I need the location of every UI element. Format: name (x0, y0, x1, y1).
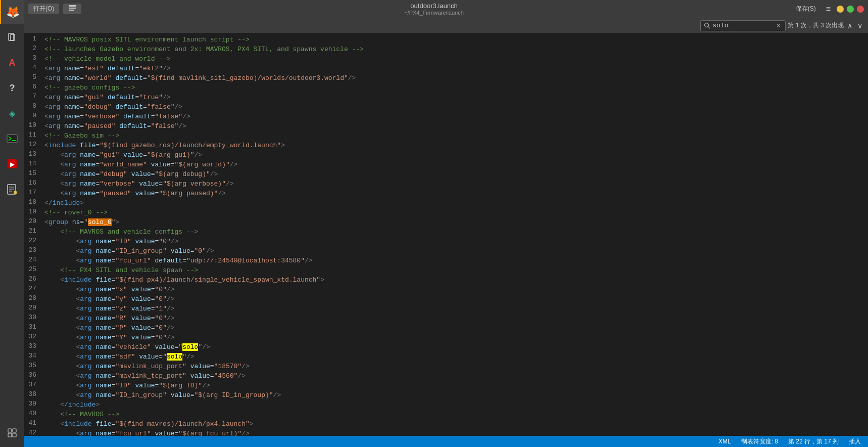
sidebar-icon-notes[interactable] (0, 177, 24, 201)
line-number: 9 (24, 112, 44, 119)
search-input[interactable] (712, 22, 773, 29)
line-number: 27 (24, 285, 44, 292)
line-content: <arg name="fcu_url" value="$(arg fcu_url… (44, 429, 250, 436)
sidebar-icon-vscode[interactable]: ◈ (0, 101, 24, 125)
statusbar-right: XML 制表符宽度: 8 第 22 行，第 17 列 插入 (716, 437, 863, 446)
line-number: 8 (24, 102, 44, 110)
table-row: 17 <arg name="paused" value="$(arg pause… (24, 189, 868, 198)
search-next-button[interactable]: ∨ (856, 22, 864, 30)
titlebar: 打开(O) outdoor3.launch ~/PX4_Firmware/lau… (24, 0, 868, 18)
line-content: <arg name="world_name" value="$(arg worl… (44, 160, 237, 169)
svg-rect-17 (69, 10, 74, 11)
table-row: 24 <arg name="fcu_url" default="udp://:2… (24, 256, 868, 265)
line-content: <arg name="mavlink_tcp_port" value="4560… (44, 371, 246, 381)
xml-mode[interactable]: XML (716, 438, 733, 445)
table-row: 8<arg name="debug" default="false"/> (24, 102, 868, 112)
insert-mode[interactable]: 插入 (847, 437, 863, 446)
sidebar-icon-files[interactable] (0, 25, 24, 50)
line-content: <arg name="sdf" value="solo"/> (44, 352, 195, 362)
line-number: 40 (24, 410, 44, 417)
maximize-button[interactable] (847, 6, 854, 13)
titlebar-left: 打开(O) (28, 4, 81, 14)
line-number: 42 (24, 429, 44, 436)
search-icon (704, 22, 710, 29)
sidebar-icon-help[interactable]: ? (0, 76, 24, 100)
code-editor[interactable]: 1<!-- MAVROS posix SITL environment laun… (24, 33, 868, 436)
line-content: <arg name="ID" value="$(arg ID)"/> (44, 381, 210, 390)
sidebar-icon-grid[interactable] (0, 421, 24, 445)
table-row: 31 <arg name="P" value="0"/> (24, 323, 868, 333)
line-number: 32 (24, 333, 44, 340)
line-content: <arg name="world" default="$(find mavlin… (44, 73, 356, 83)
menu-button[interactable]: ≡ (823, 4, 834, 15)
line-content: <!-- MAVROS posix SITL environment launc… (44, 35, 250, 44)
table-row: 25 <!-- PX4 SITL and vehicle spawn --> (24, 265, 868, 275)
open-button[interactable]: 打开(O) (28, 4, 59, 14)
close-button[interactable] (857, 6, 864, 13)
table-row: 23 <arg name="ID_in_group" value="0"/> (24, 246, 868, 256)
table-row: 41 <include file="$(find mavros)/launch/… (24, 419, 868, 429)
table-row: 26 <include file="$(find px4)/launch/sin… (24, 275, 868, 285)
search-prev-button[interactable]: ∧ (846, 22, 854, 30)
table-row: 2<!-- launches Gazebo environment and 2x… (24, 44, 868, 54)
search-bar: ✕ 第 1 次，共 3 次出现 ∧ ∨ (24, 18, 868, 33)
table-row: 13 <arg name="gui" value="$(arg gui)"/> (24, 150, 868, 160)
search-input-wrapper: ✕ (700, 20, 786, 31)
line-content: <!-- PX4 SITL and vehicle spawn --> (44, 265, 198, 275)
line-number: 18 (24, 198, 44, 206)
statusbar: XML 制表符宽度: 8 第 22 行，第 17 列 插入 (24, 436, 868, 447)
line-content: <arg name="ID" value="0"/> (44, 237, 178, 246)
line-content: <include file="$(find px4)/launch/single… (44, 275, 324, 285)
table-row: 7<arg name="gui" default="true"/> (24, 93, 868, 102)
line-number: 35 (24, 362, 44, 369)
line-content: <arg name="mavlink_udp_port" value="1857… (44, 362, 250, 371)
line-number: 1 (24, 35, 44, 42)
line-number: 37 (24, 381, 44, 388)
sidebar-icon-firefox[interactable]: 🦊 (0, 0, 24, 24)
table-row: 16 <arg name="verbose" value="$(arg verb… (24, 179, 868, 189)
line-number: 33 (24, 342, 44, 350)
line-content: <arg name="R" value="0"/> (44, 314, 175, 323)
save-button[interactable]: 保存(S) (792, 4, 820, 14)
table-row: 39 </include> (24, 400, 868, 410)
table-row: 19<!-- rover_0 --> (24, 208, 868, 217)
cursor-position[interactable]: 第 22 行，第 17 列 (786, 437, 841, 446)
svg-rect-16 (69, 8, 76, 9)
line-content: <arg name="Y" value="0"/> (44, 333, 175, 342)
line-content: <include file="$(find gazebo_ros)/launch… (44, 141, 285, 150)
line-content: <include file="$(find mavros)/launch/px4… (44, 419, 254, 429)
line-content: <!-- MAVROS --> (44, 410, 119, 419)
line-number: 34 (24, 352, 44, 360)
line-number: 24 (24, 256, 44, 263)
line-number: 6 (24, 83, 44, 91)
table-row: 28 <arg name="y" value="0"/> (24, 294, 868, 304)
table-row: 30 <arg name="R" value="0"/> (24, 314, 868, 323)
sidebar-icon-terminal[interactable] (0, 126, 24, 151)
tab-width[interactable]: 制表符宽度: 8 (739, 437, 780, 446)
line-number: 11 (24, 131, 44, 139)
file-title: outdoor3.launch (404, 2, 464, 10)
table-row: 1<!-- MAVROS posix SITL environment laun… (24, 35, 868, 44)
svg-rect-11 (8, 429, 12, 432)
line-content: <arg name="verbose" value="$(arg verbose… (44, 179, 234, 189)
svg-rect-13 (8, 433, 12, 437)
table-row: 37 <arg name="ID" value="$(arg ID)"/> (24, 381, 868, 390)
svg-rect-10 (14, 191, 17, 194)
sidebar-icon-app[interactable]: ▶ (0, 152, 24, 176)
line-number: 41 (24, 419, 44, 427)
line-number: 4 (24, 64, 44, 71)
line-number: 22 (24, 237, 44, 244)
minimize-button[interactable] (837, 6, 844, 13)
line-number: 20 (24, 217, 44, 225)
titlebar-right: 保存(S) ≡ (792, 4, 864, 15)
table-row: 33 <arg name="vehicle" value="solo"/> (24, 342, 868, 352)
line-number: 29 (24, 304, 44, 311)
line-number: 14 (24, 160, 44, 167)
search-clear-button[interactable]: ✕ (775, 22, 782, 29)
history-button[interactable] (63, 4, 81, 14)
table-row: 36 <arg name="mavlink_tcp_port" value="4… (24, 371, 868, 381)
sidebar-icon-text-editor[interactable]: A (0, 51, 24, 75)
line-content: <arg name="gui" value="$(arg gui)"/> (44, 150, 202, 160)
line-number: 13 (24, 150, 44, 158)
line-content: <arg name="ID_in_group" value="0"/> (44, 246, 214, 256)
